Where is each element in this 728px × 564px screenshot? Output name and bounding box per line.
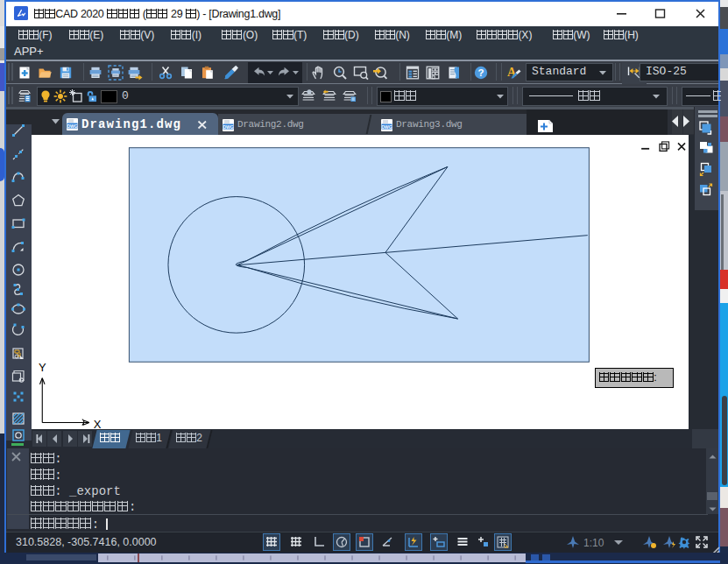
svg-text:DWG: DWG (67, 123, 77, 129)
svg-text:?: ? (477, 67, 484, 78)
svg-text:Y: Y (39, 361, 46, 374)
svg-text:X: X (94, 418, 102, 429)
svg-text:DWG: DWG (223, 124, 233, 130)
svg-text:DWG: DWG (381, 124, 392, 130)
